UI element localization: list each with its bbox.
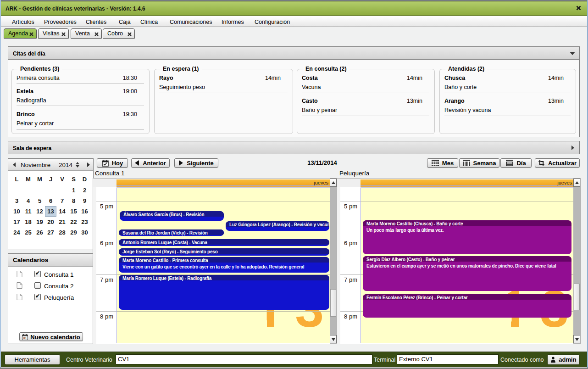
svg-text:01: 01	[23, 336, 27, 340]
